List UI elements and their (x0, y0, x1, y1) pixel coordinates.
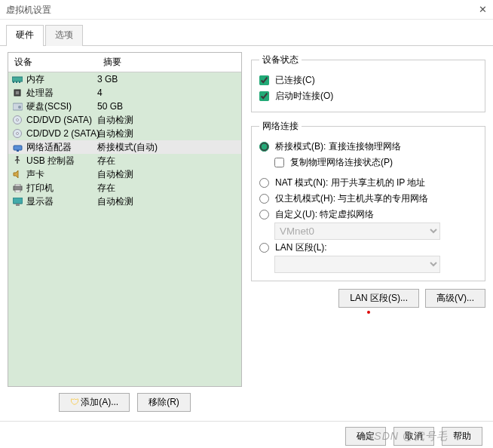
device-name: 显示器 (26, 195, 97, 208)
disk-icon (11, 101, 23, 112)
svg-rect-5 (16, 91, 19, 94)
svg-rect-13 (17, 150, 19, 152)
add-button[interactable]: 🛡添加(A)... (59, 393, 130, 412)
custom-radio[interactable] (259, 210, 269, 219)
table-row[interactable]: 硬盘(SCSI)50 GB (8, 100, 241, 113)
device-name: CD/DVD (SATA) (26, 115, 97, 125)
shield-icon: 🛡 (70, 397, 79, 407)
tab-strip: 硬件 选项 (0, 20, 493, 45)
device-name: 打印机 (26, 182, 97, 195)
table-row[interactable]: CD/DVD 2 (SATA)自动检测 (8, 127, 241, 140)
device-summary: 50 GB (97, 101, 238, 112)
nat-label: NAT 模式(N): 用于共享主机的 IP 地址 (275, 176, 425, 189)
table-row[interactable]: 声卡自动检测 (8, 167, 241, 181)
device-summary: 桥接模式(自动) (97, 141, 238, 154)
device-name: USB 控制器 (26, 155, 97, 167)
hostonly-label: 仅主机模式(H): 与主机共享的专用网络 (275, 192, 428, 205)
replicate-checkbox[interactable] (274, 158, 284, 167)
svg-point-14 (17, 156, 19, 158)
network-connection-group: 网络连接 桥接模式(B): 直接连接物理网络 复制物理网络连接状态(P) NAT… (251, 120, 485, 281)
svg-rect-16 (15, 184, 20, 186)
svg-rect-2 (16, 81, 17, 83)
svg-rect-3 (19, 81, 20, 83)
title-bar: 虚拟机设置 ✕ (0, 0, 493, 20)
svg-point-9 (17, 119, 19, 121)
printer-icon (11, 183, 23, 193)
device-summary: 存在 (97, 155, 238, 167)
svg-rect-1 (13, 81, 14, 83)
help-button[interactable]: 帮助 (442, 427, 482, 446)
remove-button[interactable]: 移除(R) (137, 393, 191, 412)
usb-icon (11, 155, 23, 166)
device-summary: 自动检测 (97, 114, 238, 127)
table-row[interactable]: 网络适配器桥接模式(自动) (8, 140, 241, 154)
svg-rect-18 (13, 198, 23, 204)
device-name: 网络适配器 (26, 141, 97, 154)
close-icon[interactable]: ✕ (479, 0, 487, 19)
svg-point-11 (17, 133, 19, 135)
cancel-button[interactable]: 取消 (393, 427, 434, 446)
svg-point-7 (18, 106, 21, 109)
device-summary: 3 GB (97, 74, 238, 84)
cd-icon (11, 115, 23, 125)
device-table: 设备 摘要 内存3 GB处理器4硬盘(SCSI)50 GBCD/DVD (SAT… (8, 52, 242, 387)
device-status-legend: 设备状态 (259, 54, 302, 66)
tab-hardware[interactable]: 硬件 (6, 25, 44, 46)
tab-options[interactable]: 选项 (45, 25, 83, 46)
sound-icon (11, 169, 23, 180)
device-summary: 4 (97, 87, 238, 98)
table-row[interactable]: 显示器自动检测 (8, 195, 241, 208)
device-status-group: 设备状态 已连接(C) 启动时连接(O) (251, 54, 485, 112)
custom-vmnet-select: VMnet0 (274, 222, 440, 240)
hostonly-radio[interactable] (259, 194, 269, 204)
device-name: 内存 (26, 73, 97, 86)
column-summary[interactable]: 摘要 (97, 53, 241, 72)
table-row[interactable]: 打印机存在 (8, 181, 241, 195)
net-icon (11, 142, 23, 152)
device-summary: 自动检测 (97, 127, 238, 140)
replicate-label: 复制物理网络连接状态(P) (290, 156, 393, 169)
network-connection-legend: 网络连接 (259, 120, 302, 133)
svg-rect-15 (14, 186, 22, 190)
advanced-button[interactable]: 高级(V)... (425, 289, 485, 308)
table-row[interactable]: CD/DVD (SATA)自动检测 (8, 113, 241, 127)
display-icon (11, 196, 23, 207)
table-row[interactable]: USB 控制器存在 (8, 154, 241, 167)
nat-radio[interactable] (259, 178, 269, 188)
svg-rect-17 (15, 190, 20, 192)
column-device[interactable]: 设备 (8, 53, 97, 72)
connected-checkbox[interactable] (259, 75, 269, 85)
connect-at-poweron-label: 启动时连接(O) (275, 90, 333, 103)
cpu-icon (11, 87, 23, 98)
svg-rect-12 (14, 146, 22, 150)
custom-label: 自定义(U): 特定虚拟网络 (275, 208, 374, 221)
memory-icon (11, 74, 23, 84)
lan-segment-select (274, 256, 440, 273)
lan-segments-button[interactable]: LAN 区段(S)... (338, 289, 419, 308)
device-name: 硬盘(SCSI) (26, 100, 97, 113)
table-row[interactable]: 内存3 GB (8, 72, 241, 86)
bridged-label: 桥接模式(B): 直接连接物理网络 (275, 140, 401, 153)
window-title: 虚拟机设置 (6, 0, 51, 19)
lan-segment-radio[interactable] (259, 243, 269, 253)
ok-button[interactable]: 确定 (345, 427, 386, 446)
lan-segment-label: LAN 区段(L): (275, 241, 327, 254)
svg-rect-6 (13, 103, 23, 110)
device-summary: 自动检测 (97, 195, 238, 208)
svg-rect-19 (16, 204, 20, 206)
device-name: 声卡 (26, 168, 97, 181)
cd-icon (11, 128, 23, 139)
table-row[interactable]: 处理器4 (8, 86, 241, 100)
connect-at-poweron-checkbox[interactable] (259, 91, 269, 101)
device-summary: 自动检测 (97, 168, 238, 181)
bridged-radio[interactable] (259, 142, 269, 152)
connected-label: 已连接(C) (275, 74, 315, 87)
device-name: CD/DVD 2 (SATA) (26, 128, 97, 139)
svg-rect-0 (12, 77, 23, 81)
device-summary: 存在 (97, 182, 238, 195)
device-name: 处理器 (26, 87, 97, 100)
red-dot-indicator (367, 311, 370, 314)
